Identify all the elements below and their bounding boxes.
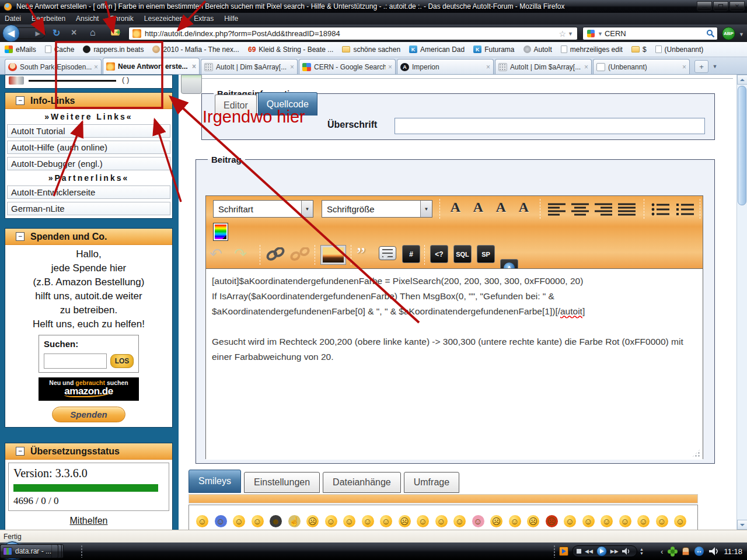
smiley-icon[interactable]: ☺ [582, 515, 595, 527]
menu-item[interactable]: Bearbeiten [32, 15, 65, 23]
bookmark-label[interactable]: American Dad [420, 46, 465, 54]
bookmark-star-icon[interactable]: ☆ [559, 29, 567, 38]
speaker-icon[interactable] [709, 547, 718, 555]
attachment-tab[interactable]: Einstellungen [244, 472, 320, 493]
stop-media-icon[interactable] [577, 549, 581, 554]
menu-item[interactable]: Extras [194, 15, 214, 23]
bookmark-item[interactable]: Cache [45, 46, 75, 54]
tab-label[interactable]: South Park-Episoden... [20, 63, 92, 71]
smiley-icon[interactable]: ☹ [527, 515, 539, 527]
format-text-icon[interactable]: A [512, 196, 535, 216]
minimize-button[interactable] [697, 1, 712, 11]
bookmark-item[interactable]: (Unbenannt) [655, 46, 704, 54]
chevron-down-icon[interactable]: ▼ [420, 201, 432, 217]
scroll-down-icon[interactable] [737, 520, 747, 530]
bookmark-label[interactable]: eMails [16, 46, 36, 54]
bookmark-label[interactable]: 2010 - Mafia - The nex... [163, 46, 239, 54]
bookmark-item[interactable]: K Futurama [473, 46, 514, 54]
tab-label[interactable]: (Unbenannt) [608, 63, 680, 71]
resize-grip[interactable] [692, 449, 701, 458]
search-bar[interactable]: ▼ CERN [582, 27, 718, 40]
taskbar-clock[interactable]: 11:18 [724, 547, 742, 556]
insert-link-icon[interactable] [266, 247, 285, 261]
smiley-icon[interactable]: ☹ [399, 515, 411, 527]
smiley-icon[interactable]: ☺ [343, 515, 355, 527]
sql-tag-icon[interactable]: SQL [453, 245, 472, 263]
search-magnifier-icon[interactable] [706, 29, 715, 38]
smiley-icon[interactable]: ☺ [564, 515, 576, 527]
home-button[interactable]: ⌂ [90, 27, 96, 38]
format-text-icon[interactable]: A [467, 196, 490, 216]
bullet-list-icon[interactable] [650, 202, 672, 217]
browser-tab[interactable]: (Unbenannt) × [593, 59, 690, 74]
smiley-icon[interactable]: ☺ [196, 515, 208, 527]
browser-tab[interactable]: South Park-Episoden... × [5, 59, 102, 74]
speech-bubble-icon[interactable] [379, 246, 396, 260]
bookmark-label[interactable]: Cache [54, 46, 75, 54]
tab-close-icon[interactable]: × [94, 63, 98, 71]
menu-item[interactable]: Datei [5, 15, 21, 23]
tab-label[interactable]: AutoIt | Dim $aArray[... [216, 63, 288, 71]
smiley-icon[interactable]: ☺ [435, 515, 448, 527]
code-tag-icon[interactable]: # [402, 245, 420, 263]
align-left-icon[interactable] [546, 202, 568, 217]
bookmark-label[interactable]: mehrzeiliges edit [570, 46, 623, 54]
bookmark-item[interactable]: rappers.in beats [83, 46, 144, 54]
tab-close-icon[interactable]: × [290, 63, 294, 71]
smiley-icon[interactable]: ☹ [306, 515, 319, 527]
bookmark-item[interactable]: $ [631, 46, 647, 54]
bookmark-item[interactable]: 2010 - Mafia - The nex... [152, 46, 239, 54]
smiley-icon[interactable]: ☺ [601, 515, 613, 527]
address-dropdown-icon[interactable]: ▼ [566, 31, 575, 37]
undo-icon[interactable]: ↶ [210, 245, 222, 263]
smiley-icon[interactable]: ☝ [288, 515, 301, 527]
sidebar-link[interactable]: AutoIt-Hilfe (auch online) [7, 141, 170, 154]
editor-tab[interactable]: Editor [215, 94, 257, 116]
spenden-button[interactable]: Spenden [52, 407, 125, 422]
smiley-icon[interactable]: ☺ [380, 515, 392, 527]
format-text-icon[interactable]: A [444, 196, 467, 216]
font-family-select[interactable]: Schriftart▼ [213, 200, 313, 218]
menu-item[interactable]: Hilfe [224, 15, 238, 23]
insert-image-icon[interactable] [320, 245, 346, 265]
smiley-icon[interactable]: ☻ [270, 515, 282, 527]
bookmark-label[interactable]: schöne sachen [353, 46, 400, 54]
bookmark-label[interactable]: AutoIt [534, 46, 552, 54]
add-bookmark-plus-icon[interactable]: + [116, 27, 121, 37]
collapse-icon[interactable]: − [16, 447, 25, 456]
icq-flower-icon[interactable] [671, 550, 675, 554]
scroll-up-icon[interactable] [737, 75, 747, 85]
bookmark-item[interactable]: schöne sachen [342, 46, 400, 54]
align-center-icon[interactable] [569, 202, 591, 217]
align-justify-icon[interactable] [616, 202, 638, 217]
amazon-banner[interactable]: Neu und gebraucht suchen amazon.de [39, 377, 139, 401]
menu-item[interactable]: Chronik [109, 15, 133, 23]
smiley-icon[interactable]: ☺ [252, 515, 264, 527]
sidebar-link[interactable]: AutoIt-Debugger (engl.) [7, 157, 170, 170]
adblock-plus-icon[interactable]: ABP [722, 27, 735, 40]
spenden-header[interactable]: − Spenden und Co. [5, 229, 172, 245]
quote-icon[interactable]: ” [357, 249, 365, 260]
smiley-icon[interactable]: ☺ [472, 515, 484, 527]
list-all-tabs-icon[interactable]: ▼ [710, 60, 720, 73]
band-stepper[interactable]: ▲▼ [640, 547, 644, 555]
numbered-list-icon[interactable] [674, 202, 696, 217]
smiley-icon[interactable]: ☹ [490, 515, 502, 527]
address-bar[interactable]: http://autoit.de/index.php?form=PostAdd&… [128, 27, 578, 40]
collapse-icon[interactable]: − [16, 232, 25, 241]
uebersetzungsstatus-header[interactable]: − Übersetzungsstatus [5, 443, 172, 460]
info-links-header[interactable]: − Info-Links [5, 93, 172, 109]
browser-tab[interactable]: AutoIt | Dim $aArray[... × [495, 59, 592, 74]
bookmark-item[interactable]: AutoIt [523, 46, 552, 54]
smiley-icon[interactable]: ☺ [453, 515, 466, 527]
menu-item[interactable]: Lesezeichen [144, 15, 183, 23]
php-tag-icon[interactable]: <? [430, 245, 448, 263]
font-color-icon[interactable] [213, 223, 228, 241]
smiley-icon[interactable]: ☺ [656, 515, 668, 527]
smiley-icon[interactable]: ☺ [233, 515, 245, 527]
messenger-icon[interactable]: •• [694, 547, 704, 556]
editor-tab[interactable]: Quellcode [258, 92, 317, 116]
new-tab-button[interactable]: + [694, 60, 708, 73]
scrollbar-thumb[interactable] [738, 86, 746, 205]
format-text-icon[interactable]: A [490, 196, 512, 216]
